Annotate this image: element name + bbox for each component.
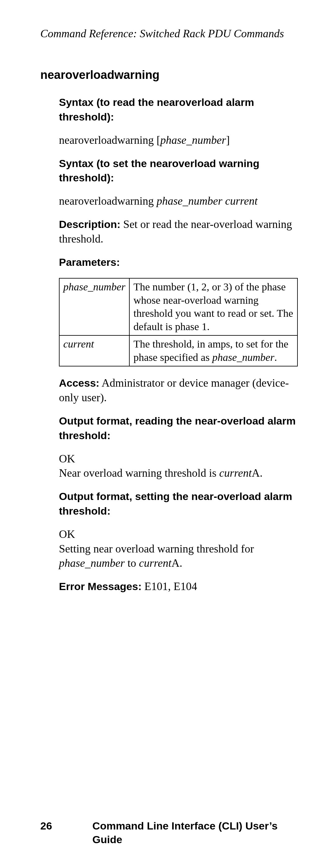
output-text: A. xyxy=(252,467,263,479)
output-italic: phase_number xyxy=(59,557,125,569)
output-line: OK xyxy=(59,452,298,466)
parameters-label: Parameters: xyxy=(59,256,120,268)
output-text: to xyxy=(125,557,139,569)
output-text: Setting near overload warning threshold … xyxy=(59,542,254,555)
access: Access: Administrator or device manager … xyxy=(59,376,298,405)
syntax-set-label: Syntax (to set the nearoverload warning … xyxy=(59,157,259,184)
table-row: phase_number The number (1, 2, or 3) of … xyxy=(59,278,298,335)
description-label: Description: xyxy=(59,218,120,230)
syntax-param: phase_number xyxy=(160,134,226,146)
error-messages: Error Messages: E101, E104 xyxy=(59,579,298,594)
output-text: Near overload warning threshold is xyxy=(59,467,219,479)
page-header: Command Reference: Switched Rack PDU Com… xyxy=(40,26,298,41)
output-italic: current xyxy=(139,557,171,569)
page-number: 26 xyxy=(40,819,52,833)
param-name: phase_number xyxy=(59,278,129,335)
section-content: Syntax (to read the nearoverload alarm t… xyxy=(59,95,298,594)
section-title: nearoverloadwarning xyxy=(40,67,298,83)
syntax-set-command: nearoverloadwarning phase_number current xyxy=(59,194,298,208)
page-footer: 26 Command Line Interface (CLI) User’s G… xyxy=(0,819,335,846)
syntax-param: current xyxy=(225,195,258,207)
errors-text: E101, E104 xyxy=(141,580,197,593)
errors-label: Error Messages: xyxy=(59,581,141,592)
output-text: A. xyxy=(171,557,182,569)
syntax-text xyxy=(223,195,225,207)
footer-title: Command Line Interface (CLI) User’s Guid… xyxy=(93,819,298,846)
access-label: Access: xyxy=(59,377,99,389)
param-desc: The number (1, 2, or 3) of the phase who… xyxy=(129,278,298,335)
output-set-label: Output format, setting the near-overload… xyxy=(59,490,292,517)
output-line: OK xyxy=(59,527,298,541)
table-row: current The threshold, in amps, to set f… xyxy=(59,335,298,366)
document-page: Command Reference: Switched Rack PDU Com… xyxy=(0,0,335,868)
description: Description: Set or read the near-overlo… xyxy=(59,217,298,246)
output-italic: current xyxy=(219,467,252,479)
syntax-text: ] xyxy=(226,134,230,146)
parameters-table: phase_number The number (1, 2, or 3) of … xyxy=(59,278,298,367)
param-name: current xyxy=(59,335,129,366)
output-set-block: OK Setting near overload warning thresho… xyxy=(59,527,298,570)
param-desc-text: . xyxy=(274,351,277,363)
param-desc-italic: phase_number xyxy=(212,351,274,363)
output-read-label: Output format, reading the near-overload… xyxy=(59,415,296,441)
output-read-block: OK Near overload warning threshold is cu… xyxy=(59,452,298,481)
output-line: Near overload warning threshold is curre… xyxy=(59,466,298,480)
syntax-read-command: nearoverloadwarning [phase_number] xyxy=(59,133,298,148)
syntax-text: nearoverloadwarning [ xyxy=(59,134,160,146)
syntax-text: nearoverloadwarning xyxy=(59,195,157,207)
output-line: Setting near overload warning threshold … xyxy=(59,541,298,571)
param-desc: The threshold, in amps, to set for the p… xyxy=(129,335,298,366)
syntax-read-label: Syntax (to read the nearoverload alarm t… xyxy=(59,96,254,123)
syntax-param: phase_number xyxy=(157,195,223,207)
